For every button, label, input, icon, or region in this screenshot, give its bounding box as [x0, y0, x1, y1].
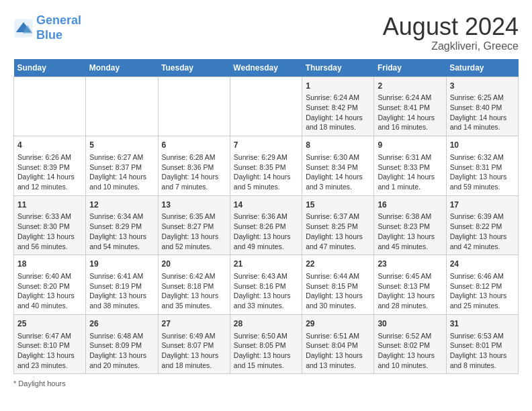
day-number: 13: [162, 199, 226, 211]
header-saturday: Saturday: [446, 59, 518, 77]
calendar-subtitle: Zagkliveri, Greece: [383, 40, 519, 52]
calendar-cell: 12Sunrise: 6:34 AM Sunset: 8:29 PM Dayli…: [86, 195, 158, 255]
calendar-week-1: 4Sunrise: 6:26 AM Sunset: 8:39 PM Daylig…: [14, 136, 519, 196]
calendar-cell: 20Sunrise: 6:42 AM Sunset: 8:18 PM Dayli…: [158, 255, 230, 315]
day-number: 26: [89, 318, 154, 330]
calendar-cell: 23Sunrise: 6:45 AM Sunset: 8:13 PM Dayli…: [374, 255, 446, 315]
day-info: Sunrise: 6:45 AM Sunset: 8:13 PM Dayligh…: [378, 271, 442, 311]
day-info: Sunrise: 6:36 AM Sunset: 8:26 PM Dayligh…: [234, 212, 298, 251]
day-info: Sunrise: 6:47 AM Sunset: 8:10 PM Dayligh…: [17, 331, 82, 371]
calendar-cell: 2Sunrise: 6:24 AM Sunset: 8:41 PM Daylig…: [374, 77, 446, 136]
day-number: 30: [378, 318, 442, 330]
calendar-title: August 2024: [383, 13, 519, 40]
day-number: 28: [234, 318, 298, 330]
day-number: 10: [450, 140, 515, 151]
day-info: Sunrise: 6:48 AM Sunset: 8:09 PM Dayligh…: [89, 331, 154, 371]
day-number: 18: [17, 259, 82, 270]
day-info: Sunrise: 6:24 AM Sunset: 8:42 PM Dayligh…: [306, 93, 370, 132]
logo-icon: [13, 18, 34, 38]
calendar-week-3: 18Sunrise: 6:40 AM Sunset: 8:20 PM Dayli…: [14, 255, 519, 315]
day-number: 14: [234, 199, 298, 211]
day-info: Sunrise: 6:41 AM Sunset: 8:19 PM Dayligh…: [89, 271, 154, 311]
day-info: Sunrise: 6:27 AM Sunset: 8:37 PM Dayligh…: [89, 152, 154, 192]
day-info: Sunrise: 6:32 AM Sunset: 8:31 PM Dayligh…: [450, 152, 515, 192]
day-number: 8: [306, 140, 370, 151]
calendar-cell: 3Sunrise: 6:25 AM Sunset: 8:40 PM Daylig…: [446, 77, 518, 136]
calendar-cell: 9Sunrise: 6:31 AM Sunset: 8:33 PM Daylig…: [374, 136, 446, 196]
header-thursday: Thursday: [302, 59, 374, 77]
day-info: Sunrise: 6:44 AM Sunset: 8:15 PM Dayligh…: [306, 271, 370, 311]
calendar-cell: 31Sunrise: 6:53 AM Sunset: 8:01 PM Dayli…: [446, 314, 518, 374]
day-number: 31: [450, 318, 515, 330]
calendar-cell: 25Sunrise: 6:47 AM Sunset: 8:10 PM Dayli…: [14, 314, 86, 374]
day-number: 5: [89, 140, 154, 151]
day-number: 11: [17, 199, 82, 211]
day-number: 16: [378, 199, 442, 211]
day-info: Sunrise: 6:53 AM Sunset: 8:01 PM Dayligh…: [450, 331, 515, 371]
day-number: 19: [89, 259, 154, 270]
day-info: Sunrise: 6:50 AM Sunset: 8:05 PM Dayligh…: [234, 331, 298, 371]
day-number: 17: [450, 199, 515, 211]
day-number: 2: [378, 81, 442, 92]
footnote: * Daylight hours: [13, 379, 519, 387]
day-info: Sunrise: 6:24 AM Sunset: 8:41 PM Dayligh…: [378, 93, 442, 132]
day-number: 7: [234, 140, 298, 151]
calendar-cell: 21Sunrise: 6:43 AM Sunset: 8:16 PM Dayli…: [230, 255, 302, 315]
day-info: Sunrise: 6:28 AM Sunset: 8:36 PM Dayligh…: [162, 152, 226, 192]
calendar-cell: 29Sunrise: 6:51 AM Sunset: 8:04 PM Dayli…: [302, 314, 374, 374]
header-friday: Friday: [374, 59, 446, 77]
day-info: Sunrise: 6:33 AM Sunset: 8:30 PM Dayligh…: [17, 212, 82, 251]
calendar-cell: 6Sunrise: 6:28 AM Sunset: 8:36 PM Daylig…: [158, 136, 230, 196]
calendar-cell: 8Sunrise: 6:30 AM Sunset: 8:34 PM Daylig…: [302, 136, 374, 196]
logo-line1: General: [36, 13, 81, 27]
calendar-week-0: 1Sunrise: 6:24 AM Sunset: 8:42 PM Daylig…: [14, 77, 519, 136]
day-info: Sunrise: 6:29 AM Sunset: 8:35 PM Dayligh…: [234, 152, 298, 192]
page-header: General Blue August 2024 Zagkliveri, Gre…: [13, 13, 519, 52]
calendar-cell: 5Sunrise: 6:27 AM Sunset: 8:37 PM Daylig…: [86, 136, 158, 196]
calendar-cell: 28Sunrise: 6:50 AM Sunset: 8:05 PM Dayli…: [230, 314, 302, 374]
calendar-week-4: 25Sunrise: 6:47 AM Sunset: 8:10 PM Dayli…: [14, 314, 519, 374]
calendar-cell: [230, 77, 302, 136]
day-info: Sunrise: 6:25 AM Sunset: 8:40 PM Dayligh…: [450, 93, 515, 132]
day-info: Sunrise: 6:35 AM Sunset: 8:27 PM Dayligh…: [162, 212, 226, 251]
day-number: 21: [234, 259, 298, 270]
day-info: Sunrise: 6:37 AM Sunset: 8:25 PM Dayligh…: [306, 212, 370, 251]
calendar-table: SundayMondayTuesdayWednesdayThursdayFrid…: [13, 59, 519, 375]
day-info: Sunrise: 6:34 AM Sunset: 8:29 PM Dayligh…: [89, 212, 154, 251]
day-info: Sunrise: 6:39 AM Sunset: 8:22 PM Dayligh…: [450, 212, 515, 251]
day-number: 9: [378, 140, 442, 151]
calendar-week-2: 11Sunrise: 6:33 AM Sunset: 8:30 PM Dayli…: [14, 195, 519, 255]
day-info: Sunrise: 6:31 AM Sunset: 8:33 PM Dayligh…: [378, 152, 442, 192]
calendar-cell: 11Sunrise: 6:33 AM Sunset: 8:30 PM Dayli…: [14, 195, 86, 255]
day-number: 27: [162, 318, 226, 330]
calendar-cell: [86, 77, 158, 136]
header-tuesday: Tuesday: [158, 59, 230, 77]
logo-line2: Blue: [36, 28, 62, 42]
calendar-cell: 17Sunrise: 6:39 AM Sunset: 8:22 PM Dayli…: [446, 195, 518, 255]
day-info: Sunrise: 6:30 AM Sunset: 8:34 PM Dayligh…: [306, 152, 370, 192]
day-number: 25: [17, 318, 82, 330]
day-number: 1: [306, 81, 370, 92]
calendar-cell: 24Sunrise: 6:46 AM Sunset: 8:12 PM Dayli…: [446, 255, 518, 315]
logo-text: General Blue: [36, 13, 81, 42]
day-number: 23: [378, 259, 442, 270]
calendar-cell: 4Sunrise: 6:26 AM Sunset: 8:39 PM Daylig…: [14, 136, 86, 196]
calendar-cell: 10Sunrise: 6:32 AM Sunset: 8:31 PM Dayli…: [446, 136, 518, 196]
calendar-cell: 16Sunrise: 6:38 AM Sunset: 8:23 PM Dayli…: [374, 195, 446, 255]
calendar-cell: 30Sunrise: 6:52 AM Sunset: 8:02 PM Dayli…: [374, 314, 446, 374]
header-monday: Monday: [86, 59, 158, 77]
day-number: 4: [17, 140, 82, 151]
calendar-cell: 19Sunrise: 6:41 AM Sunset: 8:19 PM Dayli…: [86, 255, 158, 315]
day-number: 24: [450, 259, 515, 270]
header-wednesday: Wednesday: [230, 59, 302, 77]
day-number: 15: [306, 199, 370, 211]
calendar-cell: 22Sunrise: 6:44 AM Sunset: 8:15 PM Dayli…: [302, 255, 374, 315]
title-block: August 2024 Zagkliveri, Greece: [383, 13, 519, 52]
calendar-cell: 14Sunrise: 6:36 AM Sunset: 8:26 PM Dayli…: [230, 195, 302, 255]
calendar-cell: 13Sunrise: 6:35 AM Sunset: 8:27 PM Dayli…: [158, 195, 230, 255]
day-info: Sunrise: 6:40 AM Sunset: 8:20 PM Dayligh…: [17, 271, 82, 311]
day-info: Sunrise: 6:49 AM Sunset: 8:07 PM Dayligh…: [162, 331, 226, 371]
calendar-cell: 18Sunrise: 6:40 AM Sunset: 8:20 PM Dayli…: [14, 255, 86, 315]
day-info: Sunrise: 6:26 AM Sunset: 8:39 PM Dayligh…: [17, 152, 82, 192]
day-info: Sunrise: 6:42 AM Sunset: 8:18 PM Dayligh…: [162, 271, 226, 311]
